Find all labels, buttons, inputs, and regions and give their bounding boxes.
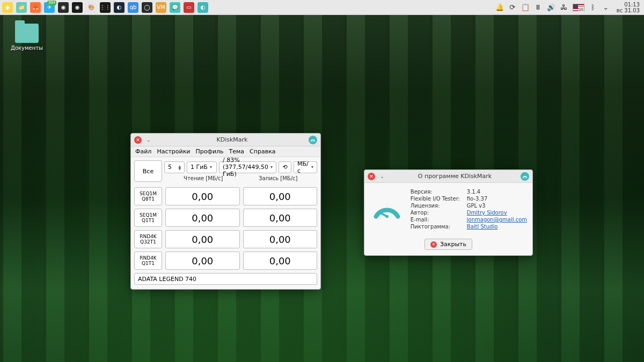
window-close-button[interactable]: ✕ [368,173,375,180]
clock-time: 01:13 [617,2,640,8]
window-about: ✕ ⌄ О программе KDiskMark Версия:3.1.4Fl… [364,169,533,256]
close-button[interactable]: ✕ Закрыть [425,239,472,250]
about-row: Flexible I/O Tester:fio-3.37 [411,195,527,202]
toolbar: Все 5▲▼ 1 ГиБ / 83% (377,57/449,50 ГиБ) … [131,157,320,185]
taskbar-app-app-circle[interactable]: ◯ [142,2,152,13]
volume-icon[interactable]: 🔊 [547,3,555,12]
app-logo-icon [309,136,317,144]
desktop-wallpaper [0,0,644,362]
about-row: Автор:Dmitry Sidorov [411,209,527,216]
svg-point-1 [524,178,525,179]
size-dropdown[interactable]: 1 ГиБ [187,161,217,173]
about-key: Flexible I/O Tester: [411,196,467,202]
about-value[interactable]: jonmagon@gmail.com [467,217,527,223]
desktop-icon-documents[interactable]: Документы [10,24,44,51]
read-value: 0,00 [165,252,240,270]
run-all-button[interactable]: Все [134,160,162,182]
svg-point-0 [312,141,313,142]
bench-row: RND4KQ1T10,000,00 [134,252,317,270]
updates-icon[interactable]: ⟳ [508,3,517,12]
bench-run-button-1[interactable]: SEQ1MQ1T1 [134,209,162,227]
taskbar: ◆📁🦊✈394◉◉🎨⋮⋮◐qb◯VM💬▭◐ 🔔 ⟳ 📋 ⏸ 🔊 🖧 US ᛒ ⌄… [0,0,644,15]
write-value: 0,00 [243,209,318,227]
menu-файл[interactable]: Файл [135,148,151,155]
menubar: ФайлНастройкиПрофильТемаСправка [131,146,320,157]
loops-spinner[interactable]: 5▲▼ [164,161,185,173]
unit-dropdown[interactable]: МБ/с [294,161,317,173]
about-row: Версия:3.1.4 [411,188,527,195]
device-name: ADATA LEGEND 740 [134,273,317,285]
bench-row: SEQ1MQ1T10,000,00 [134,209,317,227]
taskbar-app-retroarch[interactable]: ▭ [184,2,194,13]
about-info-table: Версия:3.1.4Flexible I/O Tester:fio-3.37… [411,188,527,230]
folder-icon [15,24,39,43]
about-value: fio-3.37 [467,196,487,202]
window-close-button[interactable]: ✕ [134,136,142,144]
menu-профиль[interactable]: Профиль [196,148,224,155]
about-key: Пиктограмма: [411,224,467,230]
read-value: 0,00 [165,230,240,248]
taskbar-app-qbittorrent[interactable]: qb [128,2,138,13]
about-app-icon [370,188,404,230]
write-value: 0,00 [243,187,318,205]
taskbar-app-firefox[interactable]: 🦊 [30,2,41,13]
window-minimize-button[interactable]: ⌄ [145,136,152,144]
refresh-button[interactable]: ⟲ [279,161,291,173]
about-row: Пиктограмма:Baitl Studio [411,223,527,230]
network-icon[interactable]: 🖧 [560,3,568,12]
close-icon: ✕ [430,241,437,248]
titlebar[interactable]: ✕ ⌄ KDiskMark [131,134,320,146]
keyboard-layout[interactable]: US [573,4,584,11]
about-key: Лицензия: [411,203,467,209]
clock[interactable]: 01:13 вс 31.03 [614,2,642,13]
notifications-icon[interactable]: 🔔 [495,3,504,12]
about-key: E-mail: [411,217,467,223]
taskbar-app-steam[interactable]: ◐ [114,2,125,13]
about-row: E-mail:jonmagon@gmail.com [411,216,527,223]
taskbar-app-file-manager[interactable]: 📁 [16,2,27,13]
media-icon[interactable]: ⏸ [534,3,543,12]
menu-настройки[interactable]: Настройки [157,148,190,155]
window-kdiskmark: ✕ ⌄ KDiskMark ФайлНастройкиПрофильТемаСп… [130,133,321,290]
about-key: Автор: [411,210,467,216]
taskbar-app-obs-studio[interactable]: ◉ [72,2,83,13]
clock-date: вс 31.03 [617,8,640,13]
taskbar-app-obs[interactable]: ◉ [58,2,69,13]
about-value[interactable]: Dmitry Sidorov [467,210,507,216]
target-dropdown[interactable]: / 83% (377,57/449,50 ГиБ) [219,161,276,173]
tray-expand-icon[interactable]: ⌄ [602,3,610,12]
bench-row: RND4KQ32T10,000,00 [134,230,317,248]
bench-run-button-0[interactable]: SEQ1MQ8T1 [134,187,162,205]
bluetooth-icon[interactable]: ᛒ [589,3,597,12]
about-value: 3.1.4 [467,189,480,195]
read-value: 0,00 [165,209,240,227]
taskbar-app-virt-manager[interactable]: VM [156,2,166,13]
bench-run-button-3[interactable]: RND4KQ1T1 [134,252,162,270]
taskbar-app-chat[interactable]: 💬 [170,2,180,13]
window-minimize-button[interactable]: ⌄ [378,173,386,180]
about-value[interactable]: Baitl Studio [467,224,498,230]
write-value: 0,00 [243,230,318,248]
taskbar-app-davinci[interactable]: ⋮⋮ [100,2,111,13]
about-value: GPL v3 [467,203,486,209]
taskbar-app-kdiskmark[interactable]: ◐ [197,2,208,13]
bench-run-button-2[interactable]: RND4KQ32T1 [134,230,162,248]
taskbar-app-start-logo[interactable]: ◆ [2,2,13,13]
write-value: 0,00 [243,252,318,270]
taskbar-app-telegram[interactable]: ✈394 [44,2,55,13]
menu-справка[interactable]: Справка [250,148,275,155]
titlebar[interactable]: ✕ ⌄ О программе KDiskMark [364,170,532,183]
desktop-icon-label: Документы [10,45,44,51]
about-key: Версия: [411,189,467,195]
taskbar-app-kolourpaint[interactable]: 🎨 [86,2,97,13]
read-value: 0,00 [165,187,240,205]
window-title: О программе KDiskMark [389,173,521,180]
about-row: Лицензия:GPL v3 [411,202,527,209]
app-logo-icon [521,172,529,181]
window-title: KDiskMark [156,136,309,143]
menu-тема[interactable]: Тема [229,148,245,155]
svg-point-3 [385,215,389,218]
clipboard-icon[interactable]: 📋 [521,3,530,12]
bench-row: SEQ1MQ8T10,000,00 [134,187,317,205]
